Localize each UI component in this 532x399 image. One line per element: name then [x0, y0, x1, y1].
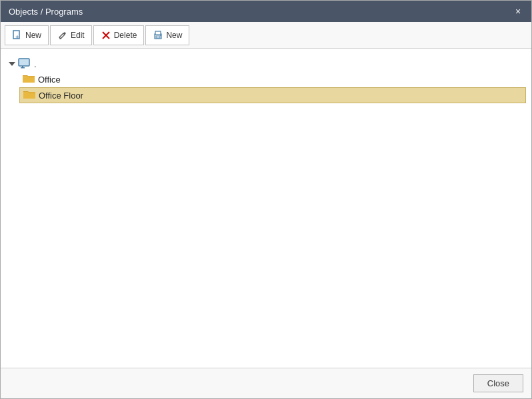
toolbar: + New Edit Delete [1, 22, 531, 49]
new-doc-icon: + [12, 30, 23, 41]
edit-icon [57, 30, 68, 41]
svg-rect-11 [21, 67, 25, 69]
folder-icon-office-floor [23, 89, 36, 102]
content-area: . Office [1, 49, 531, 368]
tree-root-label: . [34, 59, 37, 69]
monitor-icon [18, 58, 31, 71]
new-button-2[interactable]: New [145, 25, 189, 45]
title-bar-close-button[interactable]: × [513, 6, 523, 17]
tree-item-office-floor[interactable]: Office Floor [19, 87, 526, 103]
svg-text:+: + [15, 34, 19, 41]
svg-rect-7 [156, 36, 160, 38]
dialog-title: Objects / Programs [9, 7, 83, 17]
close-button[interactable]: Close [473, 374, 523, 392]
dialog-objects-programs: Objects / Programs × + New Edit [0, 0, 532, 399]
delete-button[interactable]: Delete [93, 25, 145, 45]
tree-children: Office Office Floor [6, 71, 526, 103]
folder-icon-office [22, 73, 35, 86]
svg-rect-6 [155, 31, 161, 35]
edit-button-label: Edit [71, 31, 85, 40]
tree: . Office [6, 54, 526, 106]
new-button-2-label: New [166, 31, 182, 40]
tree-expand-arrow [9, 62, 15, 66]
new-button-1-label: New [25, 31, 41, 40]
delete-button-label: Delete [114, 31, 137, 40]
svg-rect-9 [19, 59, 29, 66]
delete-icon [101, 30, 111, 41]
title-bar: Objects / Programs × [1, 1, 531, 22]
svg-point-8 [160, 35, 161, 36]
new-button-1[interactable]: + New [5, 25, 49, 45]
footer: Close [1, 368, 531, 398]
tree-root[interactable]: . [6, 57, 526, 71]
tree-item-office[interactable]: Office [19, 71, 526, 87]
tree-item-office-floor-label: Office Floor [39, 91, 83, 101]
tree-item-office-label: Office [38, 75, 61, 85]
printer-icon [153, 30, 163, 41]
edit-button[interactable]: Edit [50, 25, 92, 45]
